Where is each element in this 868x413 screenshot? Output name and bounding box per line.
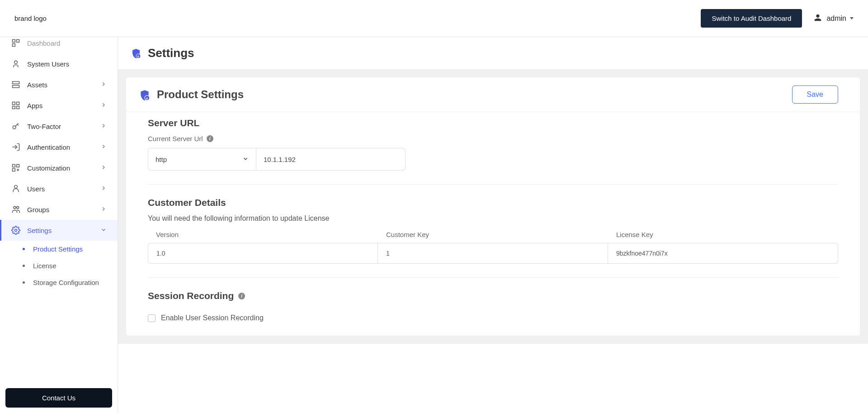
chevron-right-icon	[100, 206, 107, 214]
nav-label: Customization	[27, 164, 100, 172]
submenu-license[interactable]: License	[0, 257, 118, 274]
protocol-select[interactable]: http	[148, 148, 256, 171]
chevron-right-icon	[100, 102, 107, 109]
card-body: Server URL Current Server Url i http	[126, 112, 860, 336]
sidebar-item-assets[interactable]: Assets	[0, 74, 118, 95]
user-icon	[11, 184, 21, 194]
customer-details-title: Customer Details	[148, 197, 838, 208]
sidebar-item-authentication[interactable]: Authentication	[0, 137, 118, 157]
assets-icon	[11, 80, 21, 90]
svg-rect-2	[13, 44, 15, 47]
username-label: admin	[826, 14, 846, 23]
svg-rect-4	[13, 81, 19, 84]
switch-dashboard-button[interactable]: Switch to Audit Dashboard	[701, 9, 802, 28]
gear-icon	[11, 225, 21, 235]
svg-point-19	[14, 185, 18, 189]
svg-text:e: e	[146, 96, 148, 100]
server-host-input[interactable]	[256, 148, 406, 171]
save-button[interactable]: Save	[792, 85, 838, 104]
page-title: Settings	[148, 46, 194, 60]
user-icon	[813, 13, 823, 24]
svg-rect-14	[13, 165, 15, 167]
svg-point-21	[17, 206, 19, 209]
groups-icon	[11, 204, 21, 214]
license-key-value: 9bzkfnoe477n0i7x	[608, 243, 838, 264]
version-value: 1.0	[148, 243, 378, 264]
divider	[148, 277, 838, 278]
svg-point-20	[14, 206, 16, 209]
svg-point-22	[15, 229, 17, 232]
svg-point-3	[14, 61, 18, 64]
session-recording-title: Session Recording i	[148, 290, 838, 301]
settings-card: e Product Settings Save Server URL Curre…	[126, 77, 860, 336]
sidebar-item-system-users[interactable]: System Users	[0, 53, 118, 74]
nav-label: Apps	[27, 102, 100, 109]
header-actions: Switch to Audit Dashboard admin	[701, 9, 854, 28]
customer-key-value: 1	[378, 243, 608, 264]
version-header: Version	[148, 231, 378, 243]
license-key-header: License Key	[608, 231, 838, 243]
svg-rect-7	[17, 102, 19, 105]
nav-label: Users	[27, 185, 100, 193]
info-icon[interactable]: i	[238, 293, 245, 299]
sidebar-item-two-factor[interactable]: Two-Factor	[0, 116, 118, 137]
sidebar: Dashboard System Users Assets	[0, 37, 118, 413]
nav-label: Assets	[27, 81, 100, 89]
chevron-right-icon	[100, 123, 107, 130]
svg-rect-5	[13, 85, 19, 88]
version-column: Version 1.0	[148, 231, 378, 264]
nav-label: Authentication	[27, 143, 100, 151]
info-icon[interactable]: i	[207, 135, 213, 142]
shield-icon: e	[139, 89, 150, 100]
chevron-down-icon	[242, 156, 249, 163]
submenu-label: License	[33, 262, 57, 270]
customize-icon	[11, 163, 21, 173]
login-icon	[11, 142, 21, 152]
sidebar-item-groups[interactable]: Groups	[0, 199, 118, 220]
license-key-column: License Key 9bzkfnoe477n0i7x	[608, 231, 838, 264]
session-title-text: Session Recording	[148, 290, 234, 301]
user-menu[interactable]: admin	[813, 13, 854, 24]
enable-session-checkbox[interactable]	[148, 314, 156, 322]
nav-label: Dashboard	[27, 39, 107, 47]
url-input-group: http	[148, 148, 838, 171]
chevron-right-icon	[100, 81, 107, 89]
content-area: e Product Settings Save Server URL Curre…	[118, 69, 868, 344]
header: brand logo Switch to Audit Dashboard adm…	[0, 0, 868, 37]
sidebar-item-users[interactable]: Users	[0, 178, 118, 199]
chevron-right-icon	[100, 164, 107, 172]
sidebar-item-settings[interactable]: Settings	[0, 220, 118, 241]
chevron-down-icon	[100, 227, 107, 234]
customer-details-table: Version 1.0 Customer Key 1 License Key 9…	[148, 231, 838, 264]
svg-rect-9	[17, 106, 19, 109]
svg-text:e: e	[137, 55, 139, 58]
sidebar-nav: Dashboard System Users Assets	[0, 37, 118, 383]
svg-rect-15	[17, 165, 19, 167]
svg-rect-6	[13, 102, 15, 105]
card-header-left: e Product Settings	[139, 88, 244, 101]
server-url-label: Current Server Url i	[148, 135, 838, 142]
contact-us-button[interactable]: Contact Us	[5, 388, 112, 408]
submenu-product-settings[interactable]: Product Settings	[0, 241, 118, 257]
nav-label: Two-Factor	[27, 123, 100, 130]
nav-label: Settings	[27, 227, 100, 234]
sidebar-item-apps[interactable]: Apps	[0, 95, 118, 116]
sidebar-item-dashboard[interactable]: Dashboard	[0, 37, 118, 53]
svg-line-12	[17, 124, 19, 126]
nav-label: Groups	[27, 206, 100, 214]
system-users-icon	[11, 59, 21, 69]
card-title: Product Settings	[157, 88, 244, 101]
sidebar-item-customization[interactable]: Customization	[0, 157, 118, 178]
page-header: e Settings	[118, 37, 868, 69]
submenu-storage-configuration[interactable]: Storage Configuration	[0, 274, 118, 291]
shield-icon: e	[131, 48, 142, 59]
customer-key-column: Customer Key 1	[378, 231, 608, 264]
divider	[148, 184, 838, 185]
nav-label: System Users	[27, 60, 107, 68]
protocol-value: http	[156, 156, 167, 163]
customer-details-subtext: You will need the following information …	[148, 214, 838, 223]
settings-submenu: Product Settings License Storage Configu…	[0, 241, 118, 291]
key-icon	[11, 121, 21, 131]
submenu-label: Storage Configuration	[33, 279, 99, 286]
customer-key-header: Customer Key	[378, 231, 608, 243]
